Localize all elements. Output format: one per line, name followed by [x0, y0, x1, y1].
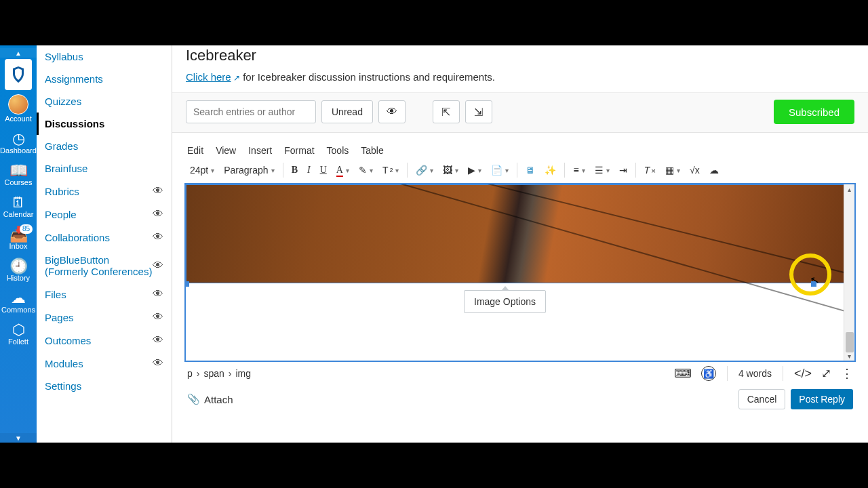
- global-nav: ▲ Account ◷ Dashboard 📖 Courses 🗓 Calend…: [0, 45, 37, 443]
- instructions-link[interactable]: Click here: [186, 71, 231, 83]
- follett-icon: ⬡: [12, 323, 25, 338]
- course-nav-assignments[interactable]: Assignments: [37, 68, 172, 90]
- course-nav-people[interactable]: People👁: [37, 203, 172, 226]
- resize-handle-bl[interactable]: [186, 281, 189, 287]
- institution-logo[interactable]: [5, 59, 32, 90]
- editor-statusbar: p › span › img ⌨ ♿ 4 words </> ⤢ ⋮: [184, 362, 856, 382]
- align-button[interactable]: ≡▾: [570, 163, 587, 177]
- path-p[interactable]: p: [187, 368, 193, 379]
- expand-button[interactable]: ⇲: [465, 100, 492, 123]
- nav-history-label: History: [7, 274, 30, 283]
- image-options-popup[interactable]: Image Options: [464, 290, 546, 313]
- italic-button[interactable]: I: [304, 163, 313, 177]
- hidden-icon: 👁: [153, 288, 163, 300]
- course-nav-settings[interactable]: Settings: [37, 375, 172, 397]
- scroll-thumb[interactable]: [846, 332, 854, 352]
- inserted-image[interactable]: [186, 184, 854, 283]
- nav-courses[interactable]: 📖 Courses: [0, 159, 37, 191]
- nav-account[interactable]: Account: [0, 90, 37, 127]
- post-reply-button[interactable]: Post Reply: [791, 389, 853, 409]
- course-nav-grades[interactable]: Grades: [37, 135, 172, 157]
- course-nav-quizzes[interactable]: Quizzes: [37, 90, 172, 113]
- commons-icon: ☁: [11, 291, 26, 306]
- menu-edit[interactable]: Edit: [187, 145, 203, 156]
- text-color-button[interactable]: A▾: [334, 163, 352, 177]
- menu-insert[interactable]: Insert: [248, 145, 272, 156]
- course-nav-syllabus[interactable]: Syllabus: [37, 45, 172, 68]
- html-view-button[interactable]: </>: [794, 367, 812, 381]
- nav-history[interactable]: 🕘 History: [0, 255, 37, 287]
- collapse-button[interactable]: ⇱: [433, 100, 460, 123]
- nav-calendar[interactable]: 🗓 Calendar: [0, 191, 37, 223]
- scroll-down-icon[interactable]: ▾: [844, 351, 854, 361]
- collapse-icon: ⇱: [441, 106, 450, 119]
- blocktype-select[interactable]: Paragraph▾: [221, 163, 277, 177]
- indent-button[interactable]: ⇥: [616, 163, 630, 177]
- image-button[interactable]: 🖼▾: [440, 163, 461, 177]
- search-input[interactable]: [186, 100, 316, 123]
- editor-scrollbar[interactable]: ▴ ▾: [844, 184, 854, 361]
- course-nav-bigbluebutton[interactable]: BigBlueButton (Formerly Conferences)👁: [37, 249, 172, 283]
- link-button[interactable]: 🔗▾: [413, 163, 436, 177]
- path-img[interactable]: img: [236, 368, 252, 379]
- reply-footer: 📎 Attach Cancel Post Reply: [184, 382, 856, 409]
- course-nav-files[interactable]: Files👁: [37, 283, 172, 306]
- course-nav-modules[interactable]: Modules👁: [37, 352, 172, 375]
- unread-button[interactable]: Unread: [321, 100, 373, 123]
- course-nav-collaborations[interactable]: Collaborations👁: [37, 226, 172, 249]
- chevron-right-icon: ›: [197, 368, 200, 379]
- menu-table[interactable]: Table: [361, 145, 383, 156]
- menu-view[interactable]: View: [216, 145, 236, 156]
- nav-courses-label: Courses: [5, 178, 33, 187]
- embed-button[interactable]: ☁: [707, 163, 722, 177]
- fullscreen-button[interactable]: ⤢: [821, 366, 831, 381]
- course-nav-brainfuse[interactable]: Brainfuse: [37, 157, 172, 180]
- view-toggle-button[interactable]: 👁: [378, 100, 406, 123]
- globalnav-scroll-down[interactable]: ▼: [0, 433, 37, 443]
- apps-plugin-button[interactable]: ✨: [542, 163, 559, 177]
- word-count[interactable]: 4 words: [738, 368, 772, 379]
- chevron-right-icon: ›: [229, 368, 232, 379]
- apps-button[interactable]: 🖥: [523, 163, 538, 177]
- nav-inbox[interactable]: 85 📥 Inbox: [0, 223, 37, 255]
- course-nav-rubrics[interactable]: Rubrics👁: [37, 180, 172, 203]
- expand-icon: ⇲: [474, 106, 483, 119]
- highlight-button[interactable]: ✎▾: [356, 163, 376, 177]
- element-path[interactable]: p › span › img: [187, 368, 251, 379]
- discussion-toolbar: Unread 👁 ⇱ ⇲ Subscribed: [172, 92, 868, 133]
- list-button[interactable]: ☰▾: [592, 163, 612, 177]
- attach-button[interactable]: 📎 Attach: [187, 393, 233, 405]
- nav-follett-label: Follett: [8, 338, 28, 346]
- media-button[interactable]: ▶▾: [465, 163, 484, 177]
- nav-follett[interactable]: ⬡ Follett: [0, 319, 37, 350]
- table-button[interactable]: ▦▾: [663, 163, 683, 177]
- globalnav-scroll-up[interactable]: ▲: [0, 48, 37, 58]
- subscribed-button[interactable]: Subscribed: [774, 100, 854, 124]
- a11y-icon[interactable]: ♿: [701, 366, 716, 381]
- nav-dashboard[interactable]: ◷ Dashboard: [0, 127, 37, 159]
- course-nav-pages[interactable]: Pages👁: [37, 306, 172, 329]
- menu-tools[interactable]: Tools: [327, 145, 349, 156]
- courses-icon: 📖: [9, 163, 28, 178]
- path-span[interactable]: span: [203, 368, 224, 379]
- cancel-button[interactable]: Cancel: [738, 389, 786, 409]
- nav-commons[interactable]: ☁ Commons: [0, 287, 37, 319]
- editor-body[interactable]: Image Options ▴ ▾ ↖: [186, 184, 854, 361]
- keyboard-icon[interactable]: ⌨: [674, 366, 692, 381]
- menu-format[interactable]: Format: [284, 145, 314, 156]
- content-area: Icebreaker Click here ↗ for Icebreaker d…: [172, 45, 868, 443]
- nav-dashboard-label: Dashboard: [0, 146, 37, 155]
- inbox-badge: 85: [20, 224, 33, 234]
- bold-button[interactable]: B: [289, 163, 300, 177]
- equation-button[interactable]: √x: [687, 163, 703, 177]
- scroll-up-icon[interactable]: ▴: [844, 184, 854, 194]
- course-nav-discussions[interactable]: Discussions: [37, 113, 172, 135]
- clear-format-button[interactable]: T×: [642, 163, 658, 177]
- resize-handle-br[interactable]: [811, 281, 816, 287]
- more-button[interactable]: ⋮: [841, 366, 853, 381]
- superscript-button[interactable]: T2▾: [380, 163, 402, 177]
- document-button[interactable]: 📄▾: [488, 163, 511, 177]
- underline-button[interactable]: U: [317, 163, 330, 177]
- course-nav-outcomes[interactable]: Outcomes👁: [37, 329, 172, 352]
- fontsize-select[interactable]: 24pt▾: [187, 163, 217, 177]
